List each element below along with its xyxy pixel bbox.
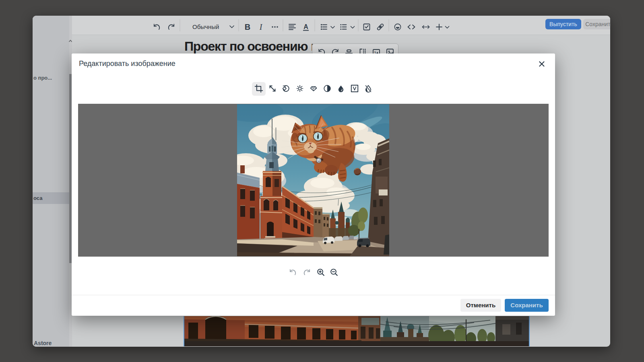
svg-text:I: I — [259, 23, 263, 31]
svg-text:Обычный: Обычный — [192, 23, 219, 30]
svg-text:A: A — [303, 23, 308, 30]
svg-text:B: B — [245, 23, 250, 31]
